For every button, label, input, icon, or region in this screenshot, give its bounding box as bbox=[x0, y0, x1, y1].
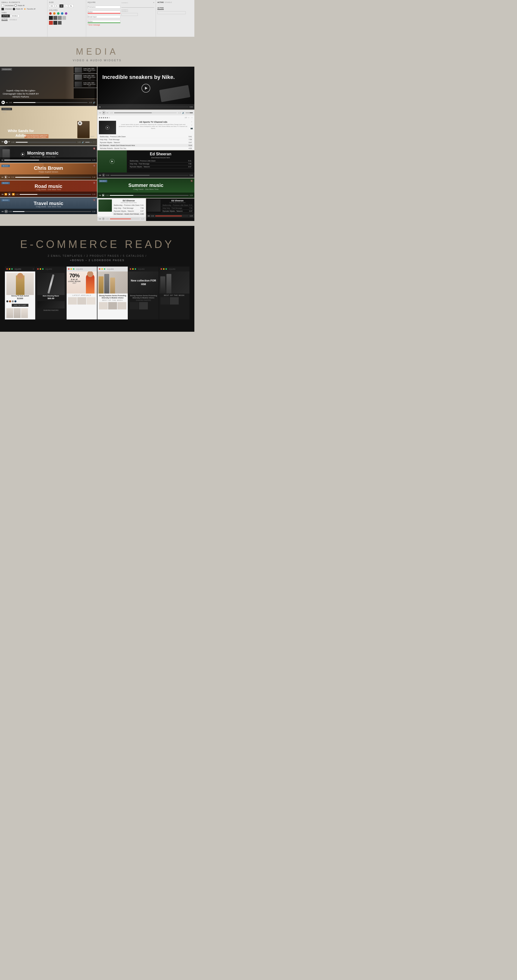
track-2[interactable]: Holy Holy - That Message 7:56 bbox=[99, 138, 193, 141]
nav-dot-2[interactable] bbox=[101, 117, 102, 118]
road-progress[interactable] bbox=[20, 194, 92, 195]
dropdown-item1[interactable]: List item 1 bbox=[121, 2, 153, 3]
chris-play-btn[interactable] bbox=[4, 175, 8, 179]
morning-prev[interactable]: ⏮ bbox=[2, 159, 3, 161]
input-email[interactable] bbox=[88, 15, 121, 18]
road-skip-back[interactable]: ⏮ bbox=[2, 193, 4, 196]
tab-active-underline[interactable]: ACTIVE bbox=[2, 18, 8, 21]
ft-2[interactable] bbox=[108, 302, 117, 309]
swatch-2[interactable] bbox=[9, 301, 11, 302]
ad-controls-bar[interactable]: ⏮ ⏭ 0:00 3:25 🔊 bbox=[97, 110, 194, 115]
summer-play-btn[interactable] bbox=[102, 194, 105, 197]
ws-prev[interactable]: ⏮ bbox=[2, 140, 4, 144]
chris-controls[interactable]: ⏮ ⏭ 0:00 5:48 bbox=[0, 175, 97, 180]
ed-dark-controls[interactable]: ⏮ 0:00 3:25 bbox=[146, 214, 194, 218]
ed-lt-prev[interactable]: ⏮ bbox=[99, 218, 101, 220]
nav-dot-5[interactable] bbox=[107, 117, 108, 118]
ed-light-card[interactable]: Ed Sheeran Dont Break Around Here Badbun… bbox=[97, 199, 146, 221]
ed-lt-progress[interactable] bbox=[110, 218, 140, 219]
color-red[interactable] bbox=[49, 12, 52, 15]
color-swatch-gray[interactable] bbox=[58, 16, 62, 20]
color-swatch-b[interactable] bbox=[53, 21, 57, 25]
size-xl[interactable]: XL bbox=[69, 5, 73, 8]
travel-progress[interactable] bbox=[13, 211, 92, 212]
white-sands-card[interactable]: FASHION Coca-Cola Removes Labels FromCan… bbox=[0, 106, 97, 146]
nike-progress[interactable] bbox=[102, 107, 189, 107]
checkbox-checked[interactable] bbox=[2, 8, 4, 10]
bwt-3[interactable] bbox=[179, 297, 188, 304]
add-to-cart-1[interactable]: ADD TO CART bbox=[12, 304, 28, 307]
ad-share-icon[interactable]: f bbox=[190, 121, 193, 123]
tab-disable-2[interactable]: DISABLE bbox=[165, 2, 172, 3]
input-active[interactable] bbox=[88, 11, 121, 13]
ed-thumb-play[interactable] bbox=[109, 159, 114, 164]
vol-icon[interactable]: 🔊 bbox=[93, 102, 95, 103]
arr-thumb-3[interactable] bbox=[87, 297, 95, 304]
fig-thumb-2[interactable] bbox=[14, 308, 21, 318]
color-green[interactable] bbox=[57, 12, 59, 15]
nav-dot-1[interactable] bbox=[99, 117, 100, 118]
ed-dt-progress[interactable] bbox=[155, 216, 189, 216]
color-swatch-mid[interactable] bbox=[53, 16, 57, 20]
arr-thumb-1[interactable] bbox=[68, 297, 77, 304]
prev-btn[interactable]: ⏮ bbox=[6, 102, 8, 103]
ed-dt-3[interactable]: Ryosuke Miyata - Takaomi 3:47 bbox=[162, 210, 193, 213]
ed-large-controls[interactable]: ⏮ 0:00 5:48 bbox=[97, 172, 194, 178]
ad-next-btn[interactable]: ⏭ bbox=[106, 111, 109, 114]
road-play-btn[interactable] bbox=[8, 192, 11, 196]
ct-3[interactable] bbox=[148, 302, 157, 309]
white-sands-controls[interactable]: ⏮ ⏭ 0:00 3:25 🔊 bbox=[0, 139, 97, 146]
ed-ctrl-progress[interactable] bbox=[110, 175, 189, 176]
bwt-2[interactable] bbox=[170, 297, 179, 304]
ed-track-1[interactable]: Badbunday - Precious Little Dawn 5:41 bbox=[129, 159, 192, 162]
travel-pause-btn[interactable] bbox=[5, 210, 8, 213]
ft-1[interactable] bbox=[99, 302, 108, 309]
fig-thumb-1[interactable] bbox=[6, 308, 13, 318]
color-swatch-dark[interactable] bbox=[49, 16, 53, 20]
morning-progress[interactable] bbox=[4, 160, 91, 161]
nav-dot-3[interactable] bbox=[103, 117, 104, 118]
color-swatch-r[interactable] bbox=[49, 21, 53, 25]
ws-play-btn[interactable] bbox=[4, 140, 8, 144]
ws-vol-bar[interactable] bbox=[85, 142, 92, 143]
ad-tweet-icon[interactable]: t bbox=[190, 124, 193, 126]
ed-lt-2[interactable]: Holy Holy - That Message 7:56 bbox=[113, 207, 145, 210]
track-4[interactable]: Ed Sheeran - Hearts Don't Break Around H… bbox=[99, 144, 193, 147]
swatch-1[interactable] bbox=[6, 301, 8, 302]
travel-vol[interactable]: 🔇 bbox=[93, 199, 95, 201]
radio-filled[interactable] bbox=[13, 8, 15, 10]
nike-play-btn[interactable] bbox=[141, 84, 150, 92]
ws-vol[interactable]: 🔊 bbox=[82, 141, 84, 143]
morning-music-card[interactable]: MUSIC 🔇 Morning music Craig David · One … bbox=[0, 146, 97, 163]
ed-sheeran-large-card[interactable]: MUSIC Ed Sheeran Dont Break Around Here bbox=[97, 150, 194, 178]
nike-card[interactable]: FASHION Incredible sneakers by Nike. ⏮ 0… bbox=[97, 67, 194, 110]
ed-lt-play-btn[interactable] bbox=[102, 218, 105, 220]
ws-progress[interactable] bbox=[16, 142, 77, 143]
bwt-1[interactable] bbox=[160, 297, 170, 304]
nike-controls[interactable]: ⏮ 0:00 bbox=[97, 104, 194, 110]
checkbox-unchecked[interactable] bbox=[2, 4, 4, 6]
ed-lt-3[interactable]: Ryosuke Miyata - Takaomi 3:47 bbox=[113, 210, 145, 213]
tab-active[interactable]: ACTIVE bbox=[2, 14, 10, 18]
ws-next[interactable]: ⏭ bbox=[8, 140, 10, 144]
track-1[interactable]: Badbunday - Precious Little Dawn 5:41 bbox=[99, 135, 193, 138]
chris-brown-card[interactable]: MUSIC 🔇 Chris Brown Power Explicit Versi… bbox=[0, 163, 97, 180]
form-box[interactable] bbox=[121, 13, 138, 16]
ed-ctrl-play-btn[interactable] bbox=[102, 174, 105, 177]
ad-thumb-play[interactable] bbox=[106, 126, 109, 130]
color-swatch-light[interactable] bbox=[62, 16, 66, 20]
swatch-4[interactable] bbox=[14, 301, 16, 302]
ft-3[interactable] bbox=[117, 302, 126, 309]
ad-insta-icon[interactable]: 📷 bbox=[190, 127, 193, 129]
ed-ctrl-prev[interactable]: ⏮ bbox=[99, 174, 101, 177]
progress-bar[interactable] bbox=[13, 102, 88, 103]
travel-controls[interactable]: ⏮ 0:00 3:25 bbox=[0, 209, 97, 214]
color-blue[interactable] bbox=[61, 12, 63, 15]
fig-thumb-3[interactable] bbox=[21, 308, 28, 318]
ed-dark-card[interactable]: Ed Sheeran Dont Break Around Here Badbun… bbox=[146, 199, 194, 221]
summer-progress[interactable] bbox=[109, 195, 189, 196]
track-5[interactable]: Nicholas Roberts - Burnin' For You 4:32 bbox=[99, 147, 193, 150]
summer-vol[interactable]: 🔇 bbox=[190, 180, 193, 182]
ad-vol[interactable]: 🔊 bbox=[182, 112, 185, 114]
kenzo-video-card[interactable]: FASHION Superb «Step Into the Lights» Ci… bbox=[0, 67, 97, 106]
